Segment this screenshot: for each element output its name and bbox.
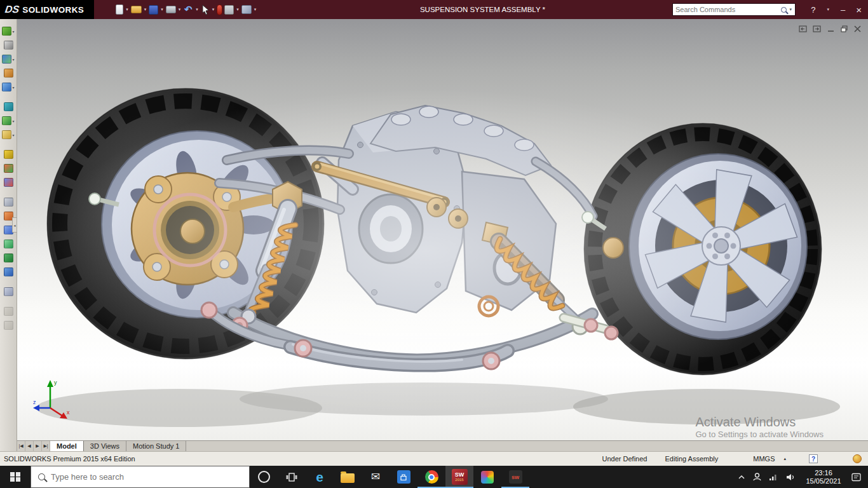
exploded-view-icon (4, 178, 13, 187)
graphics-viewport[interactable]: y z x Activate Windows Go to Settings to… (17, 19, 868, 440)
caret-down-icon[interactable]: ▾ (126, 6, 128, 13)
tray-expand-icon[interactable] (738, 475, 745, 480)
edrawings-button[interactable]: sw (501, 466, 529, 488)
fix-component-button[interactable] (0, 304, 17, 318)
search-icon (38, 473, 45, 480)
quick-tips-icon[interactable]: ? (809, 454, 818, 463)
windows-taskbar: e ✉ SW 2015 sw 23:16 15/05/2021 (0, 466, 868, 488)
search-icon[interactable] (781, 7, 787, 13)
task-view-icon (285, 470, 299, 484)
restore-window-icon[interactable] (840, 25, 848, 33)
volume-icon[interactable] (785, 473, 796, 482)
photos-button[interactable] (473, 466, 501, 488)
smart-fasteners-button[interactable]: ▾ (0, 128, 17, 142)
editing-mode-label: Editing Assembly (665, 455, 718, 463)
show-display-pane-icon[interactable] (241, 5, 252, 14)
cortana-button[interactable] (250, 466, 278, 488)
new-part-icon (4, 69, 13, 78)
caret-down-icon[interactable]: ▾ (827, 6, 829, 13)
caret-down-icon[interactable]: ▾ (12, 29, 14, 34)
main-area: ▾ ▾ ▾ ▾ ▾ ◂ (0, 19, 868, 451)
clock-date: 15/05/2021 (803, 477, 844, 485)
evaluate-button[interactable]: ▾ (0, 52, 17, 66)
new-part-button[interactable] (0, 66, 17, 80)
photos-icon (481, 471, 494, 484)
task-view-button[interactable] (278, 466, 306, 488)
taskbar-search-input[interactable] (51, 472, 242, 482)
command-search-input[interactable] (675, 6, 779, 13)
insert-component-button[interactable]: ▾ (0, 114, 17, 128)
edge-button[interactable]: e (306, 466, 334, 488)
people-icon[interactable] (752, 472, 762, 482)
caret-down-icon[interactable]: ▾ (254, 6, 257, 13)
caret-down-icon[interactable]: ▾ (12, 85, 14, 90)
select-cursor-icon[interactable] (201, 4, 210, 15)
component-pattern-button[interactable] (0, 237, 17, 251)
undo-icon[interactable]: ↶ (183, 4, 193, 15)
exploded-view-button[interactable] (0, 175, 17, 189)
microsoft-store-icon (397, 470, 410, 484)
caret-down-icon[interactable]: ▾ (12, 119, 14, 123)
help-button[interactable]: ? (811, 5, 815, 15)
float-component-button[interactable] (0, 318, 17, 332)
caret-down-icon[interactable]: ▾ (161, 6, 163, 13)
sketch-button[interactable] (0, 38, 17, 52)
print-icon[interactable] (166, 6, 176, 13)
command-search-box[interactable]: ▾ (672, 3, 796, 16)
rotate-view-button[interactable]: ▾ (0, 80, 17, 94)
edit-component-button[interactable]: ▾ (0, 24, 17, 38)
section-view-button[interactable] (0, 195, 17, 209)
move-component-button[interactable] (0, 161, 17, 175)
mate-button[interactable] (0, 100, 17, 114)
mail-icon: ✉ (371, 470, 380, 484)
constraint-status-label: Under Defined (602, 455, 648, 463)
minimize-button[interactable]: – (841, 5, 845, 15)
tab-model[interactable]: Model (50, 441, 84, 451)
configurations-button[interactable] (0, 147, 17, 161)
units-selector[interactable]: MMGS ▴ (753, 455, 786, 463)
tab-nav-prev-icon[interactable]: ◀ (25, 441, 34, 451)
options-icon[interactable] (224, 5, 234, 15)
toolbar-flyout-arrow[interactable]: ◂ (12, 217, 17, 233)
tab-nav-first-icon[interactable]: |◀ (17, 441, 25, 451)
tab-nav-last-icon[interactable]: ▶| (42, 441, 50, 451)
taskbar-search-box[interactable] (31, 466, 250, 488)
caret-down-icon[interactable]: ▾ (196, 6, 198, 13)
new-document-icon[interactable] (116, 4, 123, 15)
caret-down-icon[interactable]: ▾ (212, 6, 215, 13)
store-button[interactable] (390, 466, 417, 488)
chrome-button[interactable] (417, 466, 445, 488)
assembly-model[interactable] (17, 19, 868, 440)
tab-nav-next-icon[interactable]: ▶ (34, 441, 42, 451)
action-center-icon[interactable] (851, 473, 862, 482)
mass-properties-button[interactable] (0, 285, 17, 299)
close-window-icon[interactable] (853, 25, 862, 33)
caret-down-icon[interactable]: ▾ (12, 57, 14, 62)
mail-button[interactable]: ✉ (362, 466, 390, 488)
start-button[interactable] (0, 466, 31, 488)
measure-button[interactable] (0, 265, 17, 279)
file-explorer-button[interactable] (334, 466, 362, 488)
solidworks-resources-icon[interactable] (853, 454, 862, 463)
open-icon[interactable] (131, 6, 142, 13)
caret-down-icon[interactable]: ▾ (144, 6, 147, 13)
tab-3d-views[interactable]: 3D Views (84, 441, 126, 451)
network-icon[interactable] (769, 473, 778, 481)
caret-down-icon[interactable]: ▾ (179, 6, 181, 13)
tab-label: 3D Views (90, 442, 119, 450)
tab-motion-study-1[interactable]: Motion Study 1 (126, 441, 186, 451)
caret-down-icon[interactable]: ▾ (12, 133, 14, 137)
save-icon[interactable] (149, 5, 158, 15)
mate-icon (4, 102, 13, 111)
close-button[interactable]: × (856, 4, 862, 15)
solidworks-app-glyph: SW (455, 472, 465, 478)
caret-down-icon[interactable]: ▾ (236, 6, 239, 13)
caret-down-icon[interactable]: ▾ (789, 6, 792, 13)
design-library-button[interactable] (0, 251, 17, 265)
rebuild-icon[interactable] (217, 4, 222, 15)
switch-window-icon[interactable] (813, 25, 822, 33)
minimize-window-icon[interactable] (827, 25, 835, 33)
taskbar-clock[interactable]: 23:16 15/05/2021 (803, 469, 844, 485)
arrange-windows-icon[interactable] (799, 25, 808, 33)
solidworks-app-button[interactable]: SW 2015 (445, 466, 473, 488)
